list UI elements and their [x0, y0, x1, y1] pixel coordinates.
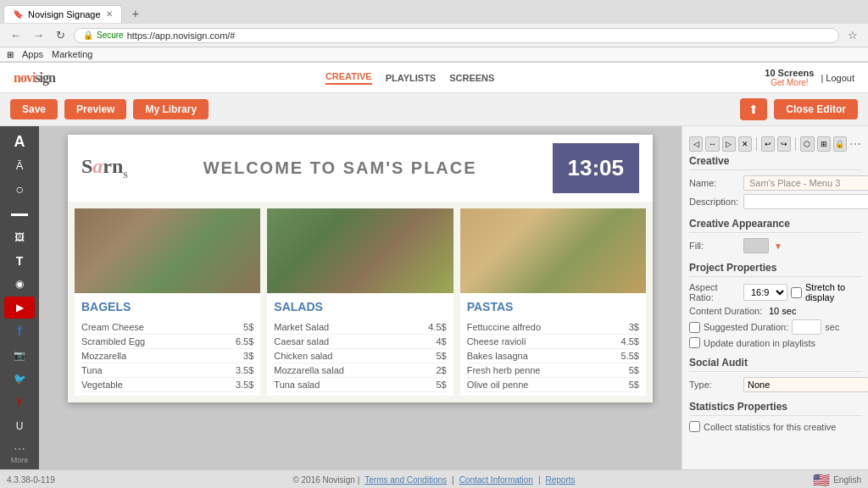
- list-item: Market Salad4.5$: [274, 320, 446, 335]
- separator: [795, 137, 796, 151]
- type-input[interactable]: [743, 377, 868, 392]
- suggested-input[interactable]: [792, 319, 821, 335]
- suggested-checkbox[interactable]: [689, 322, 700, 333]
- tab-title: Novisign Signage: [28, 9, 101, 19]
- save-button[interactable]: Save: [10, 99, 58, 119]
- refresh-button[interactable]: ↻: [53, 27, 69, 43]
- fill-swatch[interactable]: [743, 238, 769, 253]
- nav-links: CREATIVE PLAYLISTS SCREENS: [326, 71, 495, 85]
- social-title: Social Audit: [689, 357, 861, 372]
- bookmark-marketing[interactable]: Marketing: [52, 49, 92, 59]
- item-name: Tuna salad: [274, 380, 320, 390]
- image-tool[interactable]: 🖼: [4, 226, 35, 248]
- name-input[interactable]: [743, 175, 868, 191]
- item-name: Mozzarella salad: [274, 365, 344, 375]
- text-style-tool[interactable]: Ā: [4, 155, 35, 177]
- contact-link[interactable]: Contact Information: [459, 475, 533, 485]
- preview-button[interactable]: Preview: [64, 99, 126, 119]
- video-tool[interactable]: ▬▬: [4, 202, 35, 225]
- new-tab-button[interactable]: +: [125, 3, 146, 24]
- item-price: 5$: [436, 380, 446, 390]
- canvas: Sarns WELCOME TO SAM'S PLACE 13:05 BAGEL…: [68, 135, 653, 402]
- list-item: Cream Cheese5$: [81, 320, 253, 335]
- terms-link[interactable]: Terms and Conditions: [364, 475, 447, 485]
- bagel-image: [75, 208, 260, 293]
- separator1: |: [452, 475, 454, 485]
- clock-tool[interactable]: U: [4, 415, 35, 437]
- item-name: Market Salad: [274, 322, 329, 332]
- salads-items: Market Salad4.5$ Caesar salad4$ Chicken …: [267, 317, 453, 396]
- arrange-btn[interactable]: ⬡: [800, 136, 814, 152]
- forward-button[interactable]: →: [30, 27, 47, 43]
- stretch-checkbox[interactable]: [791, 287, 802, 298]
- copyright-text: © 2016 Novisign |: [292, 475, 359, 485]
- project-section: Project Properties Aspect Ratio: 16:9 4:…: [689, 262, 861, 348]
- content-label: Content Duration:: [689, 306, 765, 316]
- secure-text: Secure: [97, 30, 124, 40]
- back-button[interactable]: ←: [7, 27, 25, 43]
- facebook-tool[interactable]: f: [4, 320, 35, 342]
- nav-playlists[interactable]: PLAYLISTS: [386, 73, 437, 83]
- text-box-tool[interactable]: T: [4, 250, 35, 272]
- instagram-tool[interactable]: 📷: [4, 344, 35, 366]
- toolbar-right: ⬆ Close Editor: [740, 98, 858, 120]
- time-display: 13:05: [553, 143, 640, 193]
- grid-btn[interactable]: ⊞: [817, 136, 831, 152]
- url-bar[interactable]: 🔒 Secure https://app.novisign.com/#: [74, 28, 839, 43]
- reports-link[interactable]: Reports: [546, 475, 576, 485]
- aspect-label: Aspect Ratio:: [689, 282, 740, 302]
- text-tool[interactable]: A: [4, 131, 35, 153]
- twitter-tool[interactable]: 🐦: [4, 368, 35, 390]
- nav-screens[interactable]: SCREENS: [449, 73, 494, 83]
- close-editor-button[interactable]: Close Editor: [774, 99, 858, 119]
- rss-tool[interactable]: ◉: [4, 274, 35, 296]
- y-tool[interactable]: Y: [4, 391, 35, 413]
- youtube-tool[interactable]: ▶: [4, 297, 35, 319]
- item-price: 3$: [629, 322, 639, 332]
- get-more-link[interactable]: Get More!: [765, 78, 814, 87]
- fill-dropdown-arrow[interactable]: ▼: [774, 241, 782, 251]
- collect-checkbox[interactable]: [689, 421, 700, 432]
- browser-tab[interactable]: 🔖 Novisign Signage ✕: [3, 5, 122, 23]
- more-tools[interactable]: ⋯ More: [11, 442, 29, 464]
- nav-creative[interactable]: CREATIVE: [326, 71, 372, 85]
- undo-btn[interactable]: ↩: [761, 136, 775, 152]
- creative-title: Creative: [689, 155, 861, 170]
- list-item: Mozzarella salad2$: [274, 363, 446, 378]
- fill-row: ▼: [743, 238, 782, 253]
- main-content: A Ā ○ ▬▬ 🖼 T ◉ ▶ f 📷 🐦 Y U ⋯ More: [0, 126, 868, 469]
- update-checkbox[interactable]: [689, 337, 700, 348]
- align-center-btn[interactable]: ↔: [705, 136, 719, 152]
- list-item: Fresh herb penne5$: [467, 363, 639, 378]
- header-right: 10 Screens Get More! | Logout: [765, 68, 854, 87]
- my-library-button[interactable]: My Library: [133, 99, 209, 119]
- upload-button[interactable]: ⬆: [740, 98, 767, 120]
- expand-btn[interactable]: ⋯: [849, 137, 861, 151]
- redo-btn[interactable]: ↪: [777, 136, 791, 152]
- left-sidebar: A Ā ○ ▬▬ 🖼 T ◉ ▶ f 📷 🐦 Y U ⋯ More: [0, 126, 39, 469]
- delete-btn[interactable]: ✕: [738, 136, 752, 152]
- browser-chrome: 🔖 Novisign Signage ✕ + ← → ↻ 🔒 Secure ht…: [0, 0, 868, 63]
- collect-label: Collect statistics for this creative: [704, 422, 837, 432]
- sams-logo: Sarns: [81, 155, 128, 181]
- stats-title: Statistics Properties: [689, 401, 861, 416]
- tab-close-button[interactable]: ✕: [106, 9, 113, 19]
- lock-btn[interactable]: 🔒: [833, 136, 847, 152]
- logout-link[interactable]: | Logout: [821, 73, 854, 83]
- item-price: 5$: [436, 351, 446, 361]
- welcome-text: WELCOME TO SAM'S PLACE: [203, 158, 477, 178]
- item-name: Scrambled Egg: [81, 336, 145, 347]
- star-button[interactable]: ☆: [844, 27, 861, 43]
- item-name: Mozzarella: [81, 351, 126, 361]
- aspect-select[interactable]: 16:9 4:3 9:16: [743, 284, 787, 301]
- list-item: Tuna salad5$: [274, 378, 446, 392]
- align-left-btn[interactable]: ◁: [689, 136, 703, 152]
- align-right-btn[interactable]: ▷: [722, 136, 736, 152]
- circle-tool[interactable]: ○: [4, 179, 35, 201]
- creative-section: Creative Name: Description:: [689, 155, 861, 209]
- version-text: 4.3.38-0-119: [7, 475, 55, 485]
- item-price: 5$: [243, 322, 253, 332]
- screen-count: 10 Screens Get More!: [765, 68, 814, 87]
- desc-input[interactable]: [743, 194, 868, 209]
- bookmark-apps[interactable]: Apps: [22, 49, 43, 59]
